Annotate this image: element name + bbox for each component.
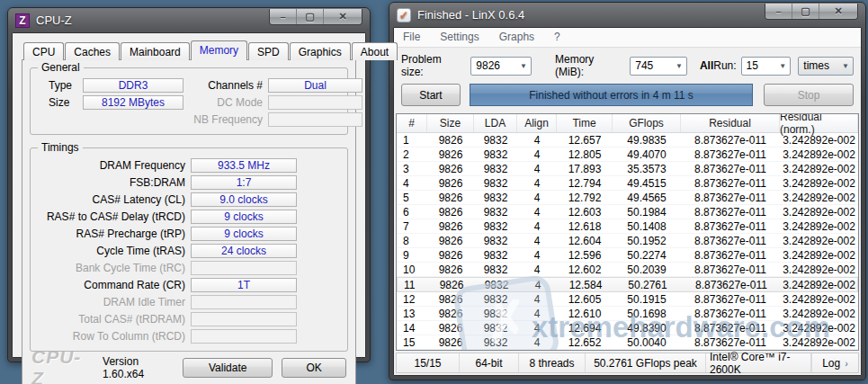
cell-residual-norm-: 3.242892e-002 [780, 321, 858, 335]
cell-time: 12.805 [557, 147, 613, 161]
cpuz-tab-bar: CPUCachesMainboardMemorySPDGraphicsAbout [22, 40, 356, 60]
column-header-gflops[interactable]: GFlops [613, 114, 681, 132]
problem-size-combo[interactable]: 9826 ▼ [470, 57, 532, 76]
table-row[interactable]: 498269832412.79449.45158.873627e-0113.24… [397, 176, 858, 191]
table-row[interactable]: 298269832412.80549.40708.873627e-0113.24… [397, 147, 858, 162]
cell-align: 4 [517, 248, 557, 262]
tab-graphics[interactable]: Graphics [290, 42, 351, 60]
cell-residual: 8.873627e-011 [681, 321, 780, 335]
column-header-align[interactable]: Align [517, 114, 557, 132]
tab-caches[interactable]: Caches [65, 42, 120, 60]
cell-residual: 8.873627e-011 [681, 205, 780, 219]
menu-help[interactable]: ? [554, 31, 560, 43]
timing-cycle-time-tras--value: 24 clocks [191, 244, 297, 258]
maximize-button[interactable]: ▢ [792, 4, 819, 20]
cell-time: 12.604 [557, 234, 613, 247]
cpuz-footer: CPU-Z Version 1.60.x64 Validate OK [30, 352, 348, 382]
maximize-button[interactable]: ▢ [297, 9, 324, 25]
column-header-size[interactable]: Size [427, 114, 474, 132]
timing-bank-cycle-time-trc--label: Bank Cycle Time (tRC) [38, 262, 185, 274]
minimize-button[interactable]: – [765, 4, 792, 20]
stop-button[interactable]: Stop [764, 84, 854, 106]
memory-combo[interactable]: 745 ▼ [630, 57, 687, 76]
general-legend: General [38, 61, 84, 74]
table-row[interactable]: 1198269832412.58450.27618.873627e-0113.2… [397, 277, 858, 292]
table-row[interactable]: 898269832412.60450.19528.873627e-0113.24… [397, 234, 858, 248]
linx-window: ✓ Finished - LinX 0.6.4 – ▢ ✕ File Setti… [389, 2, 866, 380]
start-button[interactable]: Start [401, 84, 461, 106]
ok-button[interactable]: OK [282, 358, 346, 378]
run-units-combo[interactable]: times ▼ [798, 57, 854, 76]
cell-time: 12.602 [557, 263, 613, 276]
table-row[interactable]: 698269832412.60350.19848.873627e-0113.24… [397, 205, 858, 219]
column-header-residual-norm-[interactable]: Residual (norm.) [780, 114, 858, 132]
run-combo[interactable]: 15 ▼ [741, 57, 792, 76]
timing-ras-to-cas-delay-trcd--row: RAS# to CAS# Delay (tRCD)9 clocks [38, 209, 340, 225]
tab-memory[interactable]: Memory [191, 40, 247, 60]
table-row[interactable]: 1498269832412.69449.83908.873627e-0113.2… [397, 321, 858, 335]
cell-size: 9826 [427, 162, 474, 175]
cell-align: 4 [517, 133, 557, 147]
cell-lda: 9832 [474, 263, 517, 276]
status-segment-2: 8 threads [519, 353, 586, 372]
linx-menubar: File Settings Graphs ? [394, 28, 861, 48]
cell-residual-norm-: 3.242892e-002 [781, 278, 857, 291]
cell-residual-norm-: 3.242892e-002 [780, 307, 858, 320]
cell-align: 4 [517, 205, 557, 219]
status-segment-4: Intel® Core™ i7-2600K [706, 353, 811, 372]
menu-graphs[interactable]: Graphs [499, 31, 534, 43]
cell-gflops: 50.2761 [613, 278, 682, 291]
cpuz-titlebar[interactable]: Z CPU-Z – ▢ ✕ [8, 8, 370, 32]
timing-dram-idle-timer-value [191, 295, 297, 309]
general-channels--row: Channels #Dual [183, 77, 362, 94]
linx-titlebar[interactable]: ✓ Finished - LinX 0.6.4 – ▢ ✕ [389, 3, 865, 27]
cpuz-logo: CPU-Z [31, 346, 94, 384]
column-header-lda[interactable]: LDA [474, 114, 517, 132]
cell-gflops: 35.3573 [613, 162, 681, 175]
cell--: 8 [397, 234, 427, 247]
column-header--[interactable]: # [397, 114, 427, 132]
close-button[interactable]: ✕ [324, 9, 362, 25]
table-row[interactable]: 998269832412.59650.22748.873627e-0113.24… [397, 248, 858, 263]
general-dc-mode-row: DC Mode [183, 94, 362, 111]
menu-settings[interactable]: Settings [440, 31, 479, 43]
cell-lda: 9832 [474, 307, 517, 320]
tab-cpu[interactable]: CPU [23, 42, 64, 60]
table-row[interactable]: 1098269832412.60250.20398.873627e-0113.2… [397, 263, 858, 277]
validate-button[interactable]: Validate [183, 358, 273, 378]
status-segment-1: 64-bit [460, 353, 519, 372]
tab-mainboard[interactable]: Mainboard [121, 42, 190, 60]
general-type-label: Type [38, 79, 83, 92]
column-header-residual[interactable]: Residual [681, 114, 780, 132]
cell-time: 12.610 [557, 307, 613, 320]
table-row[interactable]: 1598269832412.65250.00408.873627e-0113.2… [397, 335, 858, 350]
status-log-button[interactable]: Log› [811, 353, 858, 372]
minimize-button[interactable]: – [270, 9, 297, 25]
cell-residual-norm-: 3.242892e-002 [780, 205, 858, 219]
cell-gflops: 50.2274 [613, 248, 681, 262]
column-header-time[interactable]: Time [557, 114, 613, 132]
table-row[interactable]: 798269832412.61850.14088.873627e-0113.24… [397, 219, 858, 234]
cell-size: 9826 [427, 191, 474, 204]
close-button[interactable]: ✕ [819, 4, 857, 20]
cell-align: 4 [517, 307, 557, 320]
cell--: 15 [397, 335, 427, 349]
cell-size: 9826 [427, 335, 474, 349]
timing-dram-frequency-value: 933.5 MHz [191, 158, 297, 173]
timing-command-rate-cr--value: 1T [191, 278, 297, 292]
table-row[interactable]: 198269832412.65749.98358.873627e-0113.24… [397, 133, 858, 147]
menu-file[interactable]: File [403, 31, 420, 43]
cell-residual-norm-: 3.242892e-002 [780, 263, 858, 276]
tab-spd[interactable]: SPD [248, 42, 289, 60]
tab-about[interactable]: About [352, 42, 398, 60]
table-row[interactable]: 398269832417.89335.35738.873627e-0113.24… [397, 162, 858, 176]
problem-size-label: Problem size: [401, 53, 466, 78]
table-row[interactable]: 1398269832412.61050.16988.873627e-0113.2… [397, 307, 858, 321]
timing-cas-latency-cl--row: CAS# Latency (CL)9.0 clocks [38, 192, 340, 208]
general-dc-mode-label: DC Mode [183, 96, 263, 109]
cell-align: 4 [517, 292, 557, 306]
general-dc-mode-value [268, 95, 362, 110]
table-row[interactable]: 598269832412.79249.45658.873627e-0113.24… [397, 191, 858, 205]
timing-cas-latency-cl--value: 9.0 clocks [191, 192, 297, 207]
table-row[interactable]: 1298269832412.60550.19158.873627e-0113.2… [397, 292, 858, 307]
